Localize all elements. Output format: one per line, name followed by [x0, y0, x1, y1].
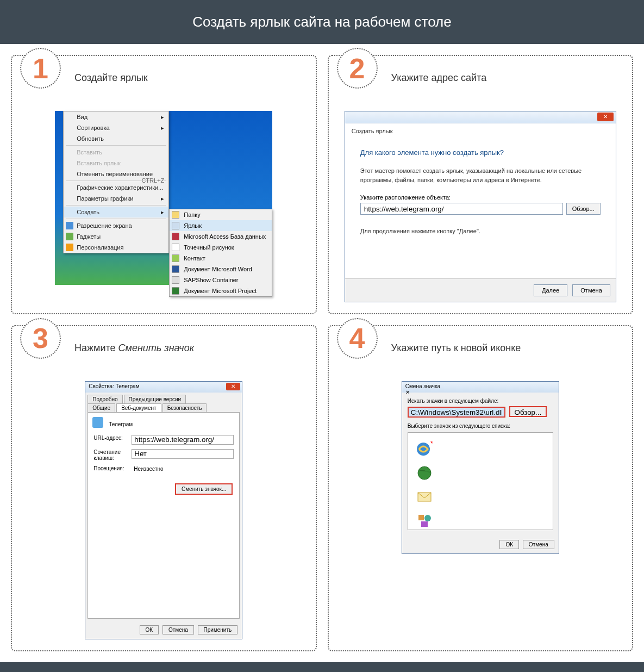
word-icon: [172, 265, 179, 273]
properties-title: Свойства: Телеграм: [89, 383, 139, 389]
cancel-button[interactable]: Отмена: [572, 284, 610, 296]
desktop-preview: Вид▸ Сортировка▸ Обновить Вставить Встав…: [55, 111, 272, 285]
close-button[interactable]: ✕: [226, 383, 240, 390]
sub-word[interactable]: Документ Microsoft Word: [170, 264, 272, 275]
ctx-graphics-params[interactable]: Параметры графики▸: [64, 193, 168, 204]
sub-folder[interactable]: Папку: [170, 209, 272, 220]
step-1-card: 1 Создайте ярлык Вид▸ Сортировка▸ Обнови…: [11, 55, 317, 314]
visits-label: Посещения:: [93, 465, 132, 475]
step-1-badge: 1: [20, 48, 61, 89]
telegram-icon: [92, 417, 103, 428]
search-label: Искать значки в следующем файле:: [408, 398, 553, 404]
contact-icon: [172, 254, 179, 262]
hotkey-field[interactable]: [132, 449, 234, 459]
properties-tabs: Подробно Предыдущие версии: [85, 393, 242, 403]
ok-button[interactable]: ОК: [499, 540, 519, 549]
browse-button[interactable]: Обзор...: [566, 203, 601, 215]
wizard-breadcrumb: Создать ярлык: [345, 123, 616, 139]
cancel-button[interactable]: Отмена: [162, 625, 194, 634]
tab-webdoc[interactable]: Веб-документ: [116, 403, 161, 412]
step-3-title: Нажмите Сменить значок: [74, 343, 305, 354]
step-1-title: Создайте ярлык: [74, 72, 305, 84]
access-icon: [172, 233, 179, 240]
shortcut-icon: [172, 222, 179, 229]
properties-dialog: Свойства: Телеграм ✕ Подробно Предыдущие…: [85, 381, 242, 639]
separator: [66, 205, 166, 206]
hotkey-label: Сочетание клавиш:: [93, 449, 132, 461]
sub-project[interactable]: Документ Microsoft Project: [170, 285, 272, 296]
mail-icon[interactable]: [416, 488, 433, 506]
picker-titlebar: Смена значка ✕: [402, 382, 559, 393]
ctx-paste: Вставить: [64, 147, 168, 158]
step-2-card: 2 Укажите адрес сайта ✕ Создать ярлык Дл…: [328, 55, 634, 314]
sap-icon: [172, 276, 179, 284]
shortcut-name: Телеграм: [109, 421, 234, 427]
close-button[interactable]: ✕: [597, 113, 614, 121]
close-icon: ✕: [405, 389, 410, 395]
svg-rect-4: [418, 515, 424, 520]
create-shortcut-wizard: ✕ Создать ярлык Для какого элемента нужн…: [345, 111, 616, 302]
ctx-undo-rename[interactable]: Отменить переименованиеCTRL+Z: [64, 169, 168, 179]
tab-details[interactable]: Подробно: [87, 395, 122, 403]
tab-security[interactable]: Безопасность: [162, 403, 207, 412]
step-2-badge: 2: [337, 48, 378, 89]
ctx-sort[interactable]: Сортировка▸: [64, 122, 168, 133]
ctx-create[interactable]: Создать▸: [64, 207, 168, 217]
folder-icon: [172, 211, 179, 219]
step-2-title: Укажите адрес сайта: [391, 72, 622, 84]
step-4-card: 4 Укажите путь к новой иконке Смена знач…: [328, 325, 634, 651]
location-label: Укажите расположение объекта:: [360, 194, 601, 201]
separator: [66, 219, 166, 219]
page-title: Создать ярлык сайта на рабочем столе: [192, 14, 451, 30]
icon-picker-dialog: Смена значка ✕ Искать значки в следующем…: [402, 381, 559, 555]
ie-icon[interactable]: *: [416, 440, 433, 458]
ctx-graphics-props[interactable]: Графические характеристики...: [64, 182, 168, 193]
tab-previous[interactable]: Предыдущие версии: [124, 395, 186, 403]
visits-value: Неизвестно: [132, 465, 234, 475]
properties-titlebar: Свойства: Телеграм ✕: [85, 382, 242, 393]
chevron-right-icon: ▸: [161, 125, 164, 132]
cancel-button[interactable]: Отмена: [523, 540, 554, 549]
url-label: URL-адрес:: [93, 435, 132, 445]
project-icon: [172, 287, 179, 295]
step-4-title: Укажите путь к новой иконке: [391, 343, 622, 354]
ctx-refresh[interactable]: Обновить: [64, 133, 168, 144]
sub-contact[interactable]: Контакт: [170, 253, 272, 264]
step-3-card: 3 Нажмите Сменить значок Свойства: Телег…: [11, 325, 317, 651]
browse-button[interactable]: Обзор...: [509, 406, 547, 417]
shapes-icon[interactable]: [416, 512, 433, 530]
close-icon: ✕: [231, 383, 235, 389]
step-4-badge: 4: [337, 318, 378, 359]
continue-hint: Для продолжения нажмите кнопку "Далее".: [360, 227, 601, 236]
location-input[interactable]: [360, 203, 563, 215]
ctx-resolution[interactable]: Разрешение экрана: [64, 220, 168, 231]
url-field[interactable]: [132, 435, 234, 445]
svg-point-5: [424, 515, 431, 521]
ok-button[interactable]: ОК: [140, 625, 159, 634]
tab-general[interactable]: Общие: [87, 403, 115, 412]
apply-button[interactable]: Применить: [198, 625, 238, 634]
wizard-question: Для какого элемента нужно создать ярлык?: [360, 148, 601, 157]
globe-icon[interactable]: [416, 464, 433, 482]
sub-sapshow[interactable]: SAPShow Container: [170, 275, 272, 285]
page-header: Создать ярлык сайта на рабочем столе: [0, 0, 644, 44]
ctx-personalize[interactable]: Персонализация: [64, 242, 168, 253]
ctx-gadgets[interactable]: Гаджеты: [64, 231, 168, 242]
next-button[interactable]: Далее: [534, 284, 567, 296]
close-button[interactable]: ✕: [405, 389, 555, 395]
icon-path-input[interactable]: [408, 407, 505, 418]
create-submenu: Папку Ярлык Microsoft Access База данных…: [169, 209, 272, 297]
sub-access[interactable]: Microsoft Access База данных: [170, 231, 272, 242]
step-2-number: 2: [349, 52, 365, 85]
ctx-view[interactable]: Вид▸: [64, 111, 168, 122]
picker-title: Смена значка: [405, 383, 440, 389]
close-icon: ✕: [603, 114, 608, 120]
icon-list[interactable]: *: [408, 432, 553, 530]
step-3-number: 3: [33, 322, 48, 354]
sub-shortcut[interactable]: Ярлык: [170, 220, 272, 231]
change-icon-button[interactable]: Сменить значок...: [175, 483, 233, 495]
sub-bitmap[interactable]: Точечный рисунок: [170, 242, 272, 253]
wizard-titlebar: ✕: [345, 111, 616, 123]
page-footer: Комп для чайника @pcTeapot: [0, 662, 644, 673]
wizard-hint: Этот мастер помогает создать ярлык, указ…: [360, 166, 601, 184]
